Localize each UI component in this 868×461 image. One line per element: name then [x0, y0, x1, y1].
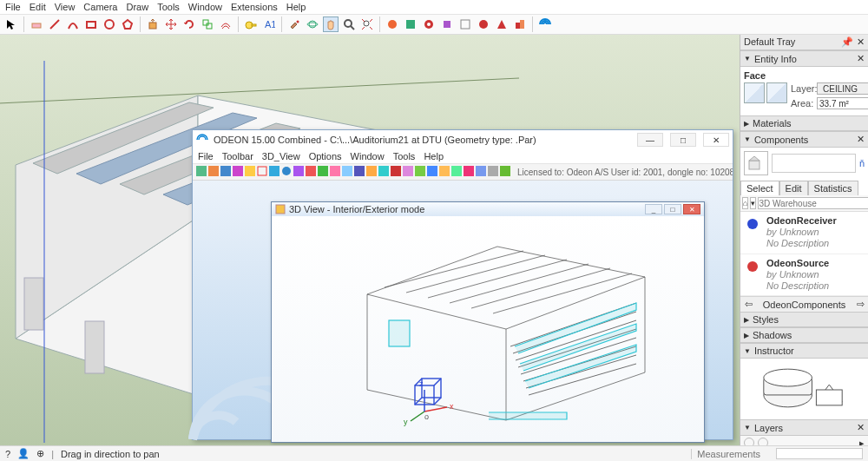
paint-tool-icon[interactable]	[286, 16, 302, 32]
odeon-tool-icon[interactable]	[427, 166, 437, 178]
menu-view[interactable]: View	[55, 2, 76, 12]
odeon-tool-icon[interactable]	[476, 166, 486, 178]
zoom-tool-icon[interactable]	[341, 16, 357, 32]
arc-tool-icon[interactable]	[65, 16, 81, 32]
odeon-menu-toolbar[interactable]: Toolbar	[222, 151, 253, 161]
face-material-thumbs[interactable]	[744, 82, 787, 109]
odeon-tool-icon[interactable]	[330, 166, 340, 178]
zoom-extents-icon[interactable]	[359, 16, 375, 32]
plugin-icon[interactable]	[457, 16, 473, 32]
plugin-icon[interactable]	[512, 16, 528, 32]
instructor-header[interactable]: ▼Instructor	[740, 343, 868, 359]
odeon-tool-icon[interactable]	[281, 166, 292, 178]
odeon-tool-icon[interactable]	[306, 166, 316, 178]
pan-tool-icon[interactable]	[323, 16, 339, 32]
odeon-tool-icon[interactable]	[269, 166, 279, 178]
odeon-tool-icon[interactable]	[208, 166, 219, 178]
plugin-icon[interactable]	[403, 16, 418, 32]
menu-help[interactable]: Help	[286, 2, 306, 12]
rotate-tool-icon[interactable]	[181, 16, 197, 32]
odeon-tool-icon[interactable]	[318, 166, 328, 178]
tab-select[interactable]: Select	[740, 181, 779, 195]
app-menubar[interactable]: File Edit View Camera Draw Tools Window …	[0, 0, 868, 15]
polygon-tool-icon[interactable]	[120, 16, 135, 32]
odeon-tool-icon[interactable]	[220, 166, 231, 178]
component-list-item[interactable]: OdeonReceiver by Unknown No Description	[740, 212, 868, 254]
odeon-tool-icon[interactable]	[342, 166, 352, 178]
odeon-tool-icon[interactable]	[464, 166, 474, 178]
inner-minimize-button[interactable]: _	[645, 204, 662, 214]
plugin-icon[interactable]	[494, 16, 510, 32]
odeon-tool-icon[interactable]	[488, 166, 498, 178]
menu-edit[interactable]: Edit	[30, 2, 46, 12]
orbit-tool-icon[interactable]	[305, 16, 320, 32]
component-list-item[interactable]: OdeonSource by Unknown No Description	[740, 254, 868, 297]
tape-tool-icon[interactable]	[243, 16, 259, 32]
area-value[interactable]	[817, 97, 868, 109]
tab-edit[interactable]: Edit	[779, 181, 808, 195]
tray-titlebar[interactable]: Default Tray 📌 ✕	[740, 35, 868, 50]
components-header[interactable]: ▼Components✕	[740, 131, 868, 148]
inner-close-button[interactable]: ✕	[683, 204, 700, 214]
odeon-tool-icon[interactable]	[378, 166, 389, 178]
odeon-tool-icon[interactable]	[500, 166, 510, 178]
components-dropdown-button[interactable]: ▾	[750, 197, 756, 209]
menu-file[interactable]: File	[5, 2, 21, 12]
odeon-3dview-titlebar[interactable]: 3D View - Interior/Exterior mode _ □ ✕	[272, 202, 704, 216]
menu-camera[interactable]: Camera	[83, 2, 117, 12]
measurements-input[interactable]	[776, 448, 863, 459]
odeon-tool-icon[interactable]	[439, 166, 450, 178]
odeon-menu-3dview[interactable]: 3D_View	[262, 151, 300, 161]
odeon-tool-icon[interactable]	[354, 166, 365, 178]
layer-select[interactable]: CEILING	[817, 82, 868, 95]
select-tool-icon[interactable]	[3, 16, 19, 32]
odeon-tool-icon[interactable]	[293, 166, 304, 178]
scale-tool-icon[interactable]	[200, 16, 215, 32]
tray-close-icon[interactable]: ✕	[857, 36, 865, 48]
line-tool-icon[interactable]	[47, 16, 62, 32]
odeon-tool-icon[interactable]	[233, 166, 243, 178]
component-info-icon[interactable]: ň	[859, 158, 865, 168]
components-prev-icon[interactable]: ⇦	[744, 299, 753, 310]
odeon-close-button[interactable]: ✕	[703, 133, 729, 147]
plugin-icon[interactable]	[439, 16, 455, 32]
status-user-icon[interactable]: 👤	[17, 448, 30, 459]
text-tool-icon[interactable]: A1	[261, 16, 277, 32]
status-geo-icon[interactable]: ⊕	[36, 448, 44, 459]
odeon-tool-icon[interactable]	[196, 166, 207, 178]
odeon-3dview-window[interactable]: 3D View - Interior/Exterior mode _ □ ✕	[271, 201, 705, 443]
components-footer[interactable]: ⇦ OdeonComponents ⇨	[740, 296, 868, 312]
menu-draw[interactable]: Draw	[126, 2, 148, 12]
odeon-titlebar[interactable]: ODEON 15.00 Combined - C:\...\Auditorium…	[193, 130, 733, 149]
odeon-menu-tools[interactable]: Tools	[393, 151, 416, 161]
plugin-icon[interactable]	[476, 16, 491, 32]
inner-maximize-button[interactable]: □	[664, 204, 681, 214]
eraser-tool-icon[interactable]	[29, 16, 44, 32]
move-tool-icon[interactable]	[163, 16, 179, 32]
odeon-menu-window[interactable]: Window	[351, 151, 385, 161]
rectangle-tool-icon[interactable]	[83, 16, 99, 32]
tab-statistics[interactable]: Statistics	[808, 181, 858, 195]
odeon-tool-icon[interactable]	[257, 166, 267, 178]
odeon-menu-options[interactable]: Options	[309, 151, 342, 161]
components-home-button[interactable]: ⌂	[742, 197, 748, 209]
selected-component-thumb[interactable]	[744, 151, 768, 175]
plugin-icon[interactable]	[385, 16, 400, 32]
circle-tool-icon[interactable]	[102, 16, 117, 32]
odeon-tool-icon[interactable]	[391, 166, 401, 178]
materials-header[interactable]: ▶Materials	[740, 115, 868, 131]
tray-pin-icon[interactable]: 📌	[841, 36, 853, 48]
odeon-tool-icon[interactable]	[451, 166, 462, 178]
odeon-menubar[interactable]: File Toolbar 3D_View Options Window Tool…	[193, 149, 733, 164]
pushpull-tool-icon[interactable]	[145, 16, 161, 32]
component-tabs[interactable]: Select Edit Statistics	[740, 181, 868, 195]
plugin-icon[interactable]	[421, 16, 437, 32]
odeon-plugin-icon[interactable]	[537, 16, 553, 32]
shadows-header[interactable]: ▶Shadows	[740, 327, 868, 343]
odeon-3d-canvas[interactable]: x y z o	[272, 216, 704, 442]
odeon-maximize-button[interactable]: □	[670, 133, 696, 147]
odeon-minimize-button[interactable]: —	[637, 133, 663, 147]
status-help-icon[interactable]: ?	[5, 449, 10, 459]
offset-tool-icon[interactable]	[218, 16, 233, 32]
menu-tools[interactable]: Tools	[157, 2, 180, 12]
